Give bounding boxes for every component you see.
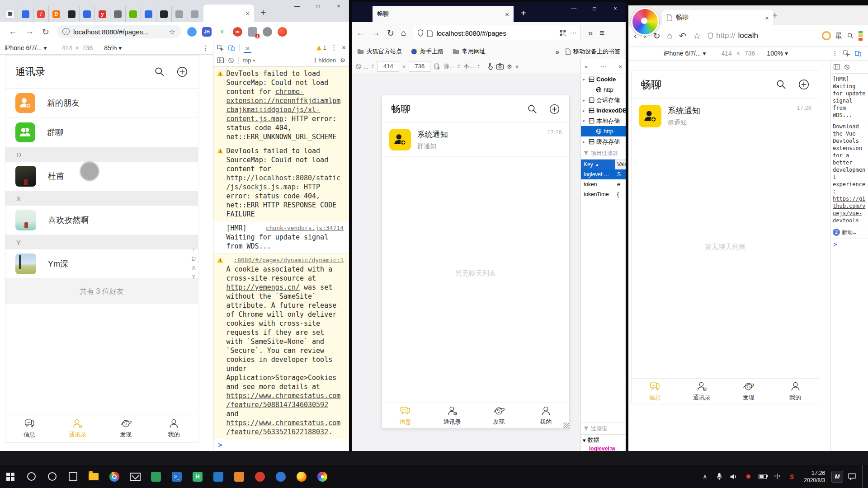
browser-tab-tab-baidu-3[interactable]	[141, 6, 156, 22]
taskbar-search-icon[interactable]	[21, 465, 42, 488]
device-toolbar-toggle-icon[interactable]	[854, 50, 862, 57]
index-letter[interactable]: Y	[192, 272, 196, 282]
tab-discover[interactable]: 发现	[476, 403, 523, 428]
bookmark-item[interactable]: 火狐官方站点	[357, 47, 402, 56]
action-center-icon[interactable]	[845, 465, 859, 488]
home-button[interactable]: ⌂	[401, 28, 406, 38]
devtools-close-icon[interactable]: ×	[342, 44, 346, 52]
tab-contacts[interactable]: 通讯录	[54, 414, 102, 442]
index-letter[interactable]: ↑	[192, 245, 195, 254]
hamburger-menu-icon[interactable]: ≡	[599, 28, 604, 38]
bookmark-item-mobile[interactable]: 移动设备上的书签	[566, 47, 620, 56]
browser-logo[interactable]	[631, 8, 659, 36]
storage-tree-item[interactable]: ▾本地存储	[581, 116, 626, 126]
search-icon[interactable]	[527, 103, 538, 115]
tab-me[interactable]: 我的	[150, 414, 198, 442]
address-bar[interactable]: localhost:8080/#/pages ⋯	[413, 25, 581, 41]
vue-extension-icon[interactable]: V	[217, 27, 227, 37]
quick-access-icon[interactable]	[822, 31, 831, 40]
rdm-settings-icon[interactable]: ⚙	[507, 63, 512, 70]
device-toolbar-menu-icon[interactable]: ⋮	[832, 50, 838, 57]
bookmark-star-icon[interactable]: ☆	[169, 28, 175, 36]
bookmarks-overflow-icon[interactable]: »	[556, 48, 559, 56]
maximize-button[interactable]: □	[307, 0, 328, 13]
console-sidebar-icon[interactable]	[834, 64, 840, 70]
taskbar-firefox-icon[interactable]	[291, 465, 312, 488]
taskbar-file-explorer-icon[interactable]	[83, 465, 104, 488]
show-desktop-button[interactable]	[862, 465, 866, 488]
home-button[interactable]: ⌂	[667, 31, 672, 41]
clear-console-icon[interactable]	[228, 57, 234, 64]
inspect-element-icon[interactable]	[217, 44, 224, 52]
close-button[interactable]: ×	[605, 2, 626, 15]
taskbar-cortana-icon[interactable]	[42, 465, 62, 488]
console-link[interactable]: https://github.com/vuejs/vue-devtools	[833, 196, 865, 224]
new-tab-button[interactable]: +	[521, 8, 526, 19]
console-context-select[interactable]: top▾	[243, 57, 255, 64]
console-link[interactable]: https://www.chromestatus.com/feature/563…	[226, 419, 340, 436]
index-letter[interactable]: X	[192, 263, 196, 272]
browser-menu-icon[interactable]	[278, 27, 287, 37]
ime-indicator[interactable]: 中	[770, 465, 784, 488]
device-toolbar-toggle-icon[interactable]	[228, 44, 235, 52]
zoom-select[interactable]: 85% ▾	[104, 44, 122, 52]
key-column-header[interactable]: Key▲	[581, 160, 615, 169]
list-item[interactable]: 新的朋友	[5, 89, 198, 118]
tab-me[interactable]: 我的	[772, 379, 819, 404]
sogou-input-icon[interactable]: S	[785, 465, 798, 488]
rdm-device-select[interactable]: ...	[355, 63, 368, 70]
new-tab-button[interactable]: +	[260, 7, 266, 18]
index-letter[interactable]: D	[192, 254, 196, 263]
add-icon[interactable]	[798, 79, 810, 90]
bookmark-star-icon[interactable]: ☆	[693, 31, 701, 41]
values-filter-input[interactable]: 过滤值	[581, 422, 626, 435]
tab-contacts[interactable]: 通讯录	[429, 403, 476, 428]
tab-chat[interactable]: 信息	[632, 379, 679, 404]
url-text[interactable]: localhost:8080/#/pages	[436, 29, 506, 37]
list-item[interactable]: Ym深	[5, 249, 198, 279]
panel-close-icon[interactable]: ×	[618, 63, 622, 70]
browser-tab-tab-y-logo[interactable]: y	[94, 6, 110, 22]
data-section-header[interactable]: ▾ 数据	[581, 435, 626, 446]
tab-close-icon[interactable]: ×	[505, 10, 509, 18]
zui-icon[interactable]: 最	[835, 32, 842, 40]
forward-button[interactable]: →	[372, 28, 380, 38]
value-column-header[interactable]: Value	[615, 160, 626, 169]
taskbar-app-green-icon[interactable]	[146, 465, 166, 488]
rdm-throttling-select[interactable]: 不...	[463, 62, 474, 70]
zoom-select[interactable]: 100% ▾	[767, 50, 788, 57]
chat-list-item[interactable]: 系统通知 群通知 17:26	[632, 99, 819, 134]
console-source-link[interactable]: :8080/#/pages/dynamic/dynamic:1	[234, 256, 344, 265]
site-info-icon[interactable]: i	[62, 28, 70, 35]
list-item[interactable]: 杜甫	[5, 162, 198, 191]
browser-tab-tab-baidu-2[interactable]	[79, 6, 94, 22]
list-item[interactable]: 喜欢孜然啊	[5, 206, 198, 235]
console-link[interactable]: http://localhost:8080/static/js/sockjs.j…	[226, 174, 340, 191]
firefox-active-tab[interactable]: 畅聊 ×	[373, 6, 514, 22]
device-width[interactable]: 414	[61, 44, 72, 52]
tab-chat[interactable]: 信息	[5, 414, 54, 442]
reload-button[interactable]: ↻	[42, 27, 49, 37]
rdm-width-input[interactable]: 414	[377, 61, 399, 72]
active-tab[interactable]: 畅聊 ×	[662, 9, 774, 26]
devtools-menu-icon[interactable]: ⋮	[330, 43, 338, 52]
taskbar-start-icon[interactable]	[0, 465, 21, 488]
console-hidden-count[interactable]: 1 hidden	[313, 57, 336, 64]
panel-overflow-icon[interactable]: »	[585, 63, 588, 70]
taskbar-vscode-icon[interactable]	[208, 465, 229, 488]
chat-list-item[interactable]: 系统通知 群通知 17:26	[382, 123, 569, 157]
toolbar-overflow-icon[interactable]: »	[588, 28, 593, 38]
add-icon[interactable]	[549, 103, 560, 115]
taskbar-app-red-icon[interactable]	[250, 465, 270, 488]
console-sidebar-icon[interactable]	[217, 57, 224, 63]
tab-contacts[interactable]: 通讯录	[679, 379, 726, 404]
console-prompt[interactable]: >	[831, 239, 868, 250]
storage-tree-item[interactable]: ▾Cookie	[581, 74, 626, 84]
device-select[interactable]: iPhone 6/7/... ▾	[664, 50, 706, 57]
taskbar-app-blue-icon[interactable]	[270, 465, 291, 488]
browser-tab-tab-dark-2[interactable]	[156, 6, 171, 22]
storage-tree-item[interactable]: ▸会话存储	[581, 95, 626, 105]
taskbar-mail-icon[interactable]	[125, 465, 146, 488]
browser-tab-tab-xin[interactable]: 新	[3, 6, 18, 22]
jh-extension-icon[interactable]: JH	[202, 27, 212, 37]
